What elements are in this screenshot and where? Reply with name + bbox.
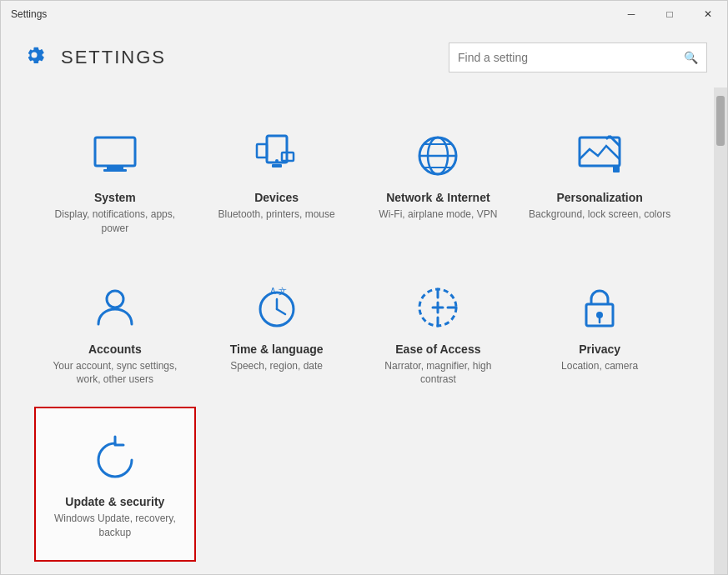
svg-text:文: 文 (279, 287, 287, 296)
svg-rect-18 (613, 166, 620, 172)
svg-rect-2 (107, 166, 123, 169)
svg-point-19 (107, 291, 123, 308)
main-content: System Display, notifications, apps, pow… (1, 88, 727, 574)
time-icon: A 文 (250, 281, 304, 334)
tile-system[interactable]: System Display, notifications, apps, pow… (34, 104, 196, 256)
tile-personalization-title: Personalization (556, 191, 642, 204)
app-header: SETTINGS 🔍 (1, 28, 727, 88)
settings-window: Settings ─ □ ✕ SETTINGS 🔍 (0, 0, 728, 575)
tile-network[interactable]: Network & Internet Wi-Fi, airplane mode,… (358, 104, 520, 256)
svg-rect-5 (267, 136, 287, 162)
header-title: SETTINGS (21, 42, 166, 74)
tile-update[interactable]: Update & security Windows Update, recove… (34, 407, 196, 562)
titlebar-title: Settings (11, 8, 47, 20)
close-button[interactable]: ✕ (689, 1, 727, 28)
scrollbar[interactable] (714, 88, 727, 574)
system-icon (88, 129, 142, 182)
tile-devices-subtitle: Bluetooth, printers, mouse (218, 208, 335, 222)
tile-system-title: System (94, 191, 136, 204)
ease-icon (411, 281, 464, 334)
search-box[interactable]: 🔍 (449, 42, 707, 72)
titlebar-controls: ─ □ ✕ (612, 1, 727, 28)
tile-accounts-title: Accounts (88, 342, 142, 356)
accounts-icon (88, 281, 142, 334)
tile-ease[interactable]: Ease of Access Narrator, magnifier, high… (358, 256, 520, 408)
tile-accounts-subtitle: Your account, sync settings, work, other… (43, 359, 188, 388)
settings-grid-area: System Display, notifications, apps, pow… (1, 88, 714, 574)
svg-rect-8 (257, 144, 267, 158)
search-input[interactable] (458, 51, 684, 64)
scrollbar-thumb[interactable] (716, 96, 725, 146)
tile-update-subtitle: Windows Update, recovery, backup (44, 512, 186, 540)
tile-personalization[interactable]: Personalization Background, lock screen,… (519, 104, 680, 256)
tile-privacy-title: Privacy (579, 342, 620, 356)
search-icon: 🔍 (684, 51, 698, 64)
tile-privacy[interactable]: Privacy Location, camera (519, 256, 680, 408)
svg-rect-16 (580, 138, 620, 166)
svg-point-0 (32, 52, 38, 58)
settings-grid: System Display, notifications, apps, pow… (34, 104, 680, 562)
svg-line-22 (277, 309, 285, 314)
tile-time[interactable]: A 文 Time & language Speech, region, date (196, 256, 358, 408)
tile-devices[interactable]: Devices Bluetooth, printers, mouse (196, 104, 358, 256)
privacy-icon (573, 281, 626, 334)
devices-icon (250, 129, 304, 182)
minimize-button[interactable]: ─ (612, 1, 650, 28)
network-icon (411, 129, 464, 182)
titlebar: Settings ─ □ ✕ (1, 1, 727, 28)
tile-personalization-subtitle: Background, lock screen, colors (529, 208, 670, 222)
svg-point-7 (275, 159, 279, 162)
tile-time-title: Time & language (230, 342, 324, 356)
tile-system-subtitle: Display, notifications, apps, power (43, 208, 188, 236)
settings-gear-icon (21, 42, 48, 74)
svg-rect-1 (95, 138, 135, 166)
svg-rect-3 (103, 169, 127, 172)
tile-network-subtitle: Wi-Fi, airplane mode, VPN (379, 208, 497, 222)
titlebar-left: Settings (11, 8, 47, 20)
svg-point-10 (286, 160, 289, 162)
tile-devices-title: Devices (254, 191, 299, 204)
update-icon (88, 433, 142, 487)
tile-ease-title: Ease of Access (395, 342, 480, 356)
tile-update-title: Update & security (65, 495, 164, 508)
tile-time-subtitle: Speech, region, date (230, 359, 323, 373)
personalization-icon (573, 129, 626, 182)
svg-rect-6 (272, 164, 282, 168)
svg-rect-4 (97, 139, 133, 164)
maximize-button[interactable]: □ (650, 1, 689, 28)
svg-text:A: A (270, 287, 276, 296)
tile-network-title: Network & Internet (386, 191, 490, 204)
header-title-text: SETTINGS (61, 47, 166, 68)
tile-ease-subtitle: Narrator, magnifier, high contrast (366, 359, 511, 388)
tile-privacy-subtitle: Location, camera (561, 359, 638, 373)
tile-accounts[interactable]: Accounts Your account, sync settings, wo… (34, 256, 196, 408)
